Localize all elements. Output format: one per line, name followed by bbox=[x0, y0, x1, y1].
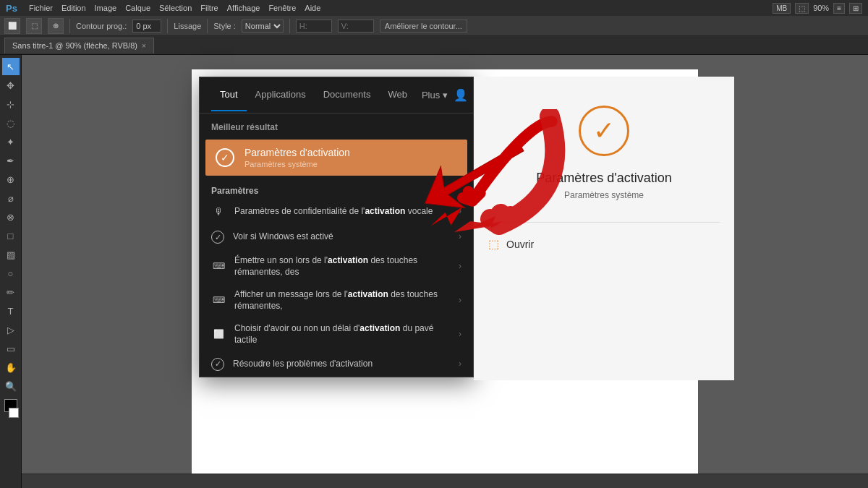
right-panel-title: Paramètres d'activation bbox=[536, 171, 672, 186]
open-button[interactable]: ⬚ Ouvrir bbox=[488, 234, 534, 254]
best-result-item[interactable]: ✓ Paramètres d'activation Paramètres sys… bbox=[205, 140, 467, 176]
canvas-area: Tout Applications Documents Web Plus ▾ 👤… bbox=[22, 55, 868, 488]
setting-item-4-text: Afficher un message lors de l'activation… bbox=[234, 289, 450, 312]
ps-tab-bar: Sans titre-1 @ 90% (flèche, RVB/8) × bbox=[0, 36, 868, 55]
tool-gradient[interactable]: ▨ bbox=[2, 246, 20, 263]
tool-hand[interactable]: ✋ bbox=[2, 359, 20, 376]
tab-plus[interactable]: Plus ▾ bbox=[416, 80, 454, 111]
chevron-right-icon-1: › bbox=[459, 206, 461, 218]
setting-item-choisir[interactable]: ⬜ Choisir d'avoir ou non un délai d'acti… bbox=[200, 317, 473, 351]
tab-close-btn[interactable]: × bbox=[142, 42, 146, 50]
open-icon: ⬚ bbox=[488, 237, 499, 251]
chevron-right-icon-2: › bbox=[459, 231, 461, 243]
search-icon-group: 👤 ··· bbox=[454, 88, 474, 102]
menu-calque[interactable]: Calque bbox=[125, 4, 150, 12]
ps-left-toolbar: ↖ ✥ ⊹ ◌ ✦ ✒ ⊕ ⌀ ⊗ □ ▨ ○ ✏ T ▷ ▭ ✋ 🔍 bbox=[0, 55, 22, 488]
tool-crop[interactable]: ⊹ bbox=[2, 95, 20, 113]
keyboard-icon-3: ⌨ bbox=[211, 260, 226, 274]
activation-bold-5: activation bbox=[359, 323, 400, 333]
tool-extra[interactable]: ⊕ bbox=[48, 18, 64, 34]
setting-item-resoudre[interactable]: ✓ Résoudre les problèmes d'activation › bbox=[200, 352, 473, 377]
microphone-icon: 🎙 bbox=[211, 205, 226, 219]
tool-lasso[interactable]: ◌ bbox=[2, 114, 20, 132]
sep-4 bbox=[289, 19, 290, 33]
zoom-display: 90% bbox=[813, 4, 829, 12]
setting-item-5-text: Choisir d'avoir ou non un délai d'activa… bbox=[234, 323, 450, 346]
vr-input[interactable] bbox=[338, 20, 374, 33]
search-right-panel: ✓ Paramètres d'activation Paramètres sys… bbox=[474, 77, 734, 380]
tool-shape[interactable]: ▭ bbox=[2, 340, 20, 357]
setting-item-6-text: Résoudre les problèmes d'activation bbox=[233, 359, 450, 370]
sep-1 bbox=[69, 19, 70, 33]
best-result-title: Paramètres d'activation bbox=[244, 147, 350, 158]
menu-fichier[interactable]: Fichier bbox=[29, 4, 53, 12]
tool-rect[interactable]: ⬚ bbox=[26, 18, 42, 34]
best-result-icon: ✓ bbox=[214, 147, 236, 168]
tool-zoom[interactable]: 🔍 bbox=[2, 377, 20, 395]
contour-label: Contour prog.: bbox=[76, 22, 127, 30]
activation-checkmark-icon: ✓ bbox=[579, 106, 629, 156]
menu-selection[interactable]: Sélection bbox=[159, 4, 192, 12]
extra-btn[interactable]: ⊞ bbox=[849, 3, 862, 14]
mode-btn-2[interactable]: ⬚ bbox=[795, 3, 809, 14]
document-tab[interactable]: Sans titre-1 @ 90% (flèche, RVB/8) × bbox=[4, 38, 154, 53]
tool-heal[interactable]: ⊕ bbox=[2, 171, 20, 188]
toolbar-right: MB ⬚ 90% ≡ ⊞ bbox=[773, 3, 862, 14]
tool-wand[interactable]: ✦ bbox=[2, 133, 20, 150]
tool-cursor[interactable]: ✥ bbox=[2, 77, 20, 94]
tool-eyedrop[interactable]: ✒ bbox=[2, 152, 20, 169]
setting-item-3-text: Émettre un son lors de l'activation des … bbox=[234, 255, 450, 278]
tool-select[interactable]: ⬜ bbox=[4, 18, 20, 34]
best-result-header: Meilleur résultat bbox=[200, 114, 473, 137]
tab-name: Sans titre-1 @ 90% (flèche, RVB/8) bbox=[12, 41, 137, 50]
menu-filtre[interactable]: Filtre bbox=[200, 4, 218, 12]
search-results: Meilleur résultat ✓ Paramètres d'activat… bbox=[200, 114, 473, 377]
tab-web[interactable]: Web bbox=[379, 79, 416, 111]
tool-pen[interactable]: ✏ bbox=[2, 283, 20, 301]
activation-bold-3: activation bbox=[328, 255, 368, 265]
mode-btn-1[interactable]: MB bbox=[773, 3, 791, 14]
tab-documents[interactable]: Documents bbox=[315, 79, 380, 111]
style-label: Style : bbox=[213, 22, 236, 30]
activation-bold-1: activation bbox=[365, 206, 405, 216]
contour-input[interactable] bbox=[132, 20, 161, 33]
setting-item-afficher[interactable]: ⌨ Afficher un message lors de l'activati… bbox=[200, 283, 473, 317]
menu-affichage[interactable]: Affichage bbox=[227, 4, 260, 12]
main-area: ↖ ✥ ⊹ ◌ ✦ ✒ ⊕ ⌀ ⊗ □ ▨ ○ ✏ T ▷ ▭ ✋ 🔍 Tout… bbox=[0, 55, 868, 488]
tool-path[interactable]: ▷ bbox=[2, 321, 20, 338]
open-label: Ouvrir bbox=[506, 239, 534, 250]
checkmark-circle-icon: ✓ bbox=[216, 148, 234, 167]
tool-text[interactable]: T bbox=[2, 302, 20, 320]
chevron-right-icon-6: › bbox=[459, 359, 461, 370]
tool-clone[interactable]: ⊗ bbox=[2, 208, 20, 226]
settings-section-header: Paramètres bbox=[200, 179, 473, 199]
setting-item-emettre[interactable]: ⌨ Émettre un son lors de l'activation de… bbox=[200, 249, 473, 283]
hr-input[interactable] bbox=[296, 20, 332, 33]
tool-arrow[interactable]: ↖ bbox=[2, 58, 20, 75]
ps-toolbar-top: ⬜ ⬚ ⊕ Contour prog.: Lissage Style : Nor… bbox=[0, 16, 868, 36]
background-color[interactable] bbox=[9, 408, 19, 418]
keyboard-icon-4: ⌨ bbox=[211, 294, 226, 308]
right-panel-subtitle: Paramètres système bbox=[564, 190, 644, 200]
lissage-label: Lissage bbox=[174, 22, 201, 30]
photoshop-canvas: Tout Applications Documents Web Plus ▾ 👤… bbox=[192, 69, 698, 474]
tool-eraser[interactable]: □ bbox=[2, 227, 20, 244]
tool-dodge[interactable]: ○ bbox=[2, 265, 20, 282]
menu-fenetre[interactable]: Fenêtre bbox=[268, 4, 296, 12]
tab-tout[interactable]: Tout bbox=[211, 79, 247, 111]
activation-bold-4: activation bbox=[348, 289, 388, 299]
menu-edition[interactable]: Edition bbox=[61, 4, 86, 12]
ameliorer-btn[interactable]: Améliorer le contour... bbox=[380, 20, 467, 33]
ps-status-bar bbox=[22, 474, 868, 488]
menu-aide[interactable]: Aide bbox=[305, 4, 320, 12]
tool-brush[interactable]: ⌀ bbox=[2, 189, 20, 207]
setting-item-1-text: Paramètres de confidentialité de l'activ… bbox=[234, 206, 450, 218]
setting-item-voir-windows[interactable]: ✓ Voir si Windows est activé › bbox=[200, 225, 473, 249]
chevron-right-icon-5: › bbox=[459, 329, 461, 341]
setting-item-confidentialite[interactable]: 🎙 Paramètres de confidentialité de l'act… bbox=[200, 199, 473, 225]
style-select[interactable]: Normal bbox=[242, 20, 284, 33]
view-mode-btn[interactable]: ≡ bbox=[833, 3, 845, 14]
people-icon[interactable]: 👤 bbox=[454, 88, 468, 102]
menu-image[interactable]: Image bbox=[95, 4, 117, 12]
tab-applications[interactable]: Applications bbox=[247, 79, 315, 111]
